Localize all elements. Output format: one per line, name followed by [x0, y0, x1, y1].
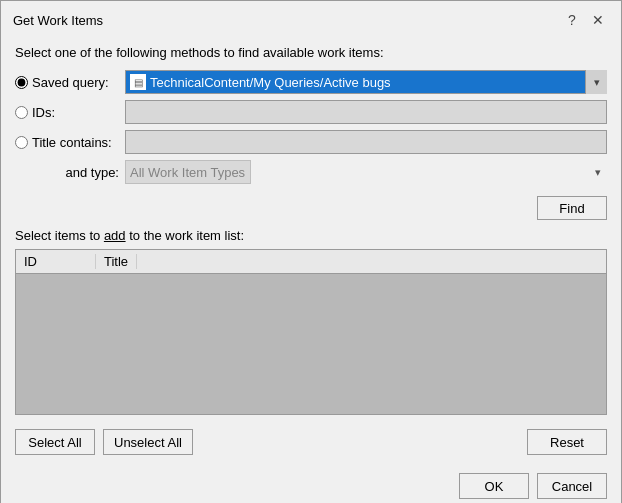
dialog-footer: OK Cancel	[1, 465, 621, 503]
select-all-button[interactable]: Select All	[15, 429, 95, 455]
id-column-header: ID	[16, 254, 96, 269]
title-column-header: Title	[96, 254, 137, 269]
items-instruction: Select items to add to the work item lis…	[15, 228, 607, 243]
title-bar: Get Work Items ? ✕	[1, 1, 621, 35]
ids-radio[interactable]	[15, 106, 28, 119]
ok-button[interactable]: OK	[459, 473, 529, 499]
find-row: Find	[15, 196, 607, 220]
search-form: Saved query: TechnicalContent/My Queries…	[15, 70, 607, 184]
close-button[interactable]: ✕	[587, 9, 609, 31]
find-button[interactable]: Find	[537, 196, 607, 220]
help-button[interactable]: ?	[561, 9, 583, 31]
saved-query-wrapper: TechnicalContent/My Queries/Active bugs …	[125, 70, 607, 94]
title-bar-actions: ? ✕	[561, 9, 609, 31]
work-item-type-wrapper: All Work Item Types	[125, 160, 607, 184]
dialog-body: Select one of the following methods to f…	[1, 35, 621, 465]
and-type-label: and type:	[15, 165, 125, 180]
reset-button[interactable]: Reset	[527, 429, 607, 455]
title-contains-row: Title contains:	[15, 130, 607, 154]
title-contains-label[interactable]: Title contains:	[15, 135, 125, 150]
saved-query-row: Saved query: TechnicalContent/My Queries…	[15, 70, 607, 94]
main-instruction: Select one of the following methods to f…	[15, 45, 607, 60]
query-icon	[130, 74, 146, 90]
bottom-left-buttons: Select All Unselect All	[15, 429, 193, 455]
ids-input[interactable]	[125, 100, 607, 124]
table-header: ID Title	[16, 250, 606, 274]
work-item-type-select[interactable]: All Work Item Types	[125, 160, 251, 184]
saved-query-dropdown-arrow[interactable]: ▾	[585, 70, 607, 94]
dialog-title: Get Work Items	[13, 13, 103, 28]
saved-query-label[interactable]: Saved query:	[15, 75, 125, 90]
get-work-items-dialog: Get Work Items ? ✕ Select one of the fol…	[0, 0, 622, 503]
saved-query-display[interactable]: TechnicalContent/My Queries/Active bugs	[125, 70, 607, 94]
bottom-buttons: Select All Unselect All Reset	[15, 429, 607, 455]
title-contains-radio[interactable]	[15, 136, 28, 149]
ids-row: IDs:	[15, 100, 607, 124]
results-table: ID Title	[15, 249, 607, 415]
bottom-right-buttons: Reset	[527, 429, 607, 455]
unselect-all-button[interactable]: Unselect All	[103, 429, 193, 455]
ids-label[interactable]: IDs:	[15, 105, 125, 120]
table-body	[16, 274, 606, 414]
and-type-row: and type: All Work Item Types	[15, 160, 607, 184]
saved-query-radio[interactable]	[15, 76, 28, 89]
title-contains-input[interactable]	[125, 130, 607, 154]
cancel-button[interactable]: Cancel	[537, 473, 607, 499]
